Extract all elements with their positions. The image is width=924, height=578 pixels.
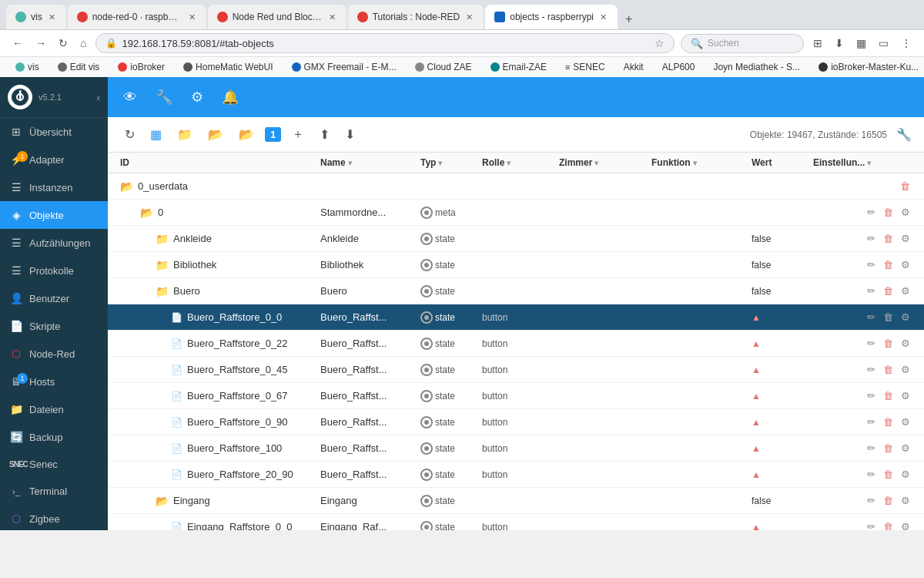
delete-icon[interactable]: 🗑 (882, 441, 895, 455)
search-box[interactable]: 🔍 Suchen (681, 34, 804, 53)
sidebar-item-backup[interactable]: 🔄 Backup (0, 423, 108, 451)
sidebar-item-benutzer[interactable]: 👤 Benutzer (0, 284, 108, 312)
sidebar-item-aufzahlungen[interactable]: ☰ Aufzählungen (0, 229, 108, 257)
back-button[interactable]: ← (9, 35, 26, 51)
new-tab-button[interactable]: + (619, 9, 638, 29)
tab-vis[interactable]: vis ✕ (6, 5, 66, 29)
sidebar-item-terminal[interactable]: ›_ Terminal (0, 478, 108, 505)
delete-icon[interactable]: 🗑 (882, 310, 895, 324)
delete-icon[interactable]: 🗑 (899, 179, 912, 193)
sidebar-item-instanzen[interactable]: ☰ Instanzen (0, 173, 108, 201)
table-row[interactable]: 📂 Eingang Eingang state false ✏ 🗑 ⚙ (108, 488, 924, 514)
sidebar-collapse-button[interactable]: ‹ (97, 92, 100, 103)
col-header-funktion[interactable]: Funktion ▾ (651, 157, 752, 168)
sidebar-item-adapter[interactable]: ⚡ Adapter 1 (0, 146, 108, 173)
edit-icon[interactable]: ✏ (865, 336, 877, 351)
gear-icon[interactable]: ⚙ (188, 86, 206, 109)
settings-icon[interactable]: ⚙ (899, 441, 912, 455)
upload-button[interactable]: ⬆ (315, 124, 334, 145)
col-header-zimmer[interactable]: Zimmer ▾ (559, 157, 651, 168)
col-header-rolle[interactable]: Rolle ▾ (482, 157, 559, 168)
settings-icon[interactable]: ⚙ (899, 362, 912, 377)
extensions-icon[interactable]: ⊞ (810, 35, 825, 51)
bookmark-emailzae[interactable]: Email-ZAE (484, 60, 553, 74)
tab-close-vis[interactable]: ✕ (47, 11, 57, 24)
delete-icon[interactable]: 🗑 (882, 231, 895, 246)
edit-icon[interactable]: ✏ (865, 284, 877, 298)
wrench-icon[interactable]: 🔧 (152, 86, 176, 109)
tab-node-red-0[interactable]: node-red-0 · raspberrypi ✕ (68, 5, 206, 29)
add-button[interactable]: ＋ (287, 123, 309, 146)
bookmark-vis[interactable]: vis (9, 60, 45, 74)
create-folder-button[interactable]: 📁 (172, 124, 197, 145)
edit-icon[interactable]: ✏ (865, 205, 877, 220)
refresh-button[interactable]: ↻ (120, 124, 139, 145)
bookmark-homematic[interactable]: HomeMatic WebUI (177, 60, 279, 74)
table-row[interactable]: 📁 Buero Buero state false ✏ 🗑 ⚙ (108, 278, 924, 304)
delete-icon[interactable]: 🗑 (882, 493, 895, 508)
bookmark-cloudzae[interactable]: Cloud ZAE (409, 60, 478, 74)
table-row[interactable]: 📄 Buero_Raffstore_0_45 Buero_Raffst... s… (108, 357, 924, 383)
tab-blockly[interactable]: Node Red und Blockly Scripte ✕ (208, 5, 346, 29)
sidebar-item-protokolle[interactable]: ☰ Protokolle (0, 257, 108, 284)
edit-icon[interactable]: ✏ (865, 310, 877, 324)
edit-icon[interactable]: ✏ (865, 441, 877, 455)
sidebar-item-dateien[interactable]: 📁 Dateien (0, 395, 108, 423)
settings-icon[interactable]: ⚙ (899, 231, 912, 246)
tab-close-tutorials[interactable]: ✕ (464, 11, 474, 24)
settings-icon[interactable]: ⚙ (899, 519, 912, 530)
download-button[interactable]: ⬇ (340, 124, 360, 145)
table-row[interactable]: 📄 Buero_Raffstore_0_67 Buero_Raffst... s… (108, 383, 924, 409)
download-icon[interactable]: ⬇ (832, 35, 847, 51)
table-row[interactable]: 📄 Buero_Raffstore_0_90 Buero_Raffst... s… (108, 409, 924, 435)
settings-icon[interactable]: ⚙ (899, 493, 912, 508)
settings-icon[interactable]: ⚙ (899, 336, 912, 351)
delete-icon[interactable]: 🗑 (882, 284, 895, 298)
delete-icon[interactable]: 🗑 (882, 336, 895, 351)
bookmark-senec[interactable]: ≡ SENEC (559, 60, 611, 74)
bookmark-akkit[interactable]: Akkit (618, 60, 650, 74)
edit-icon[interactable]: ✏ (865, 493, 877, 508)
menu-icon[interactable]: ⋮ (898, 35, 915, 51)
bookmark-star[interactable]: ☆ (654, 37, 665, 49)
settings-icon[interactable]: ⚙ (899, 205, 912, 220)
settings-icon[interactable]: ⚙ (899, 310, 912, 324)
sidebar-icon[interactable]: ▦ (853, 35, 869, 51)
url-box[interactable]: 🔒 192.168.178.59:8081/#tab-objects ☆ (95, 33, 675, 53)
sidebar-item-senec[interactable]: SNEC Senec (0, 451, 108, 478)
tab-objects[interactable]: objects - raspberrypi ✕ (485, 5, 618, 29)
settings-icon[interactable]: ⚙ (899, 467, 912, 482)
edit-icon[interactable]: ✏ (865, 231, 877, 246)
col-header-einstellung[interactable]: Einstellun... ▾ (813, 157, 912, 168)
bookmark-gmx[interactable]: GMX Freemail - E-M... (286, 60, 403, 74)
col-header-typ[interactable]: Typ ▾ (420, 157, 482, 168)
edit-icon[interactable]: ✏ (865, 519, 877, 530)
bookmark-iobroker[interactable]: ioBroker (112, 60, 171, 74)
edit-icon[interactable]: ✏ (865, 362, 877, 377)
bookmark-editvis[interactable]: Edit vis (52, 60, 106, 74)
home-button[interactable]: ⌂ (77, 35, 89, 51)
table-row[interactable]: 📄 Buero_Raffstore_0_0 Buero_Raffst... st… (108, 304, 924, 331)
settings-icon[interactable]: ⚙ (899, 415, 912, 429)
sidebar-item-hosts[interactable]: 🖥 Hosts 1 (0, 368, 108, 395)
bookmark-alp600[interactable]: ALP600 (656, 60, 701, 74)
table-row[interactable]: 📂 0_userdata 🗑 (108, 173, 924, 200)
delete-icon[interactable]: 🗑 (882, 415, 895, 429)
sidebar-item-zigbee[interactable]: ⬡ Zigbee (0, 505, 108, 530)
delete-icon[interactable]: 🗑 (882, 467, 895, 482)
table-row[interactable]: 📄 Buero_Raffstore_0_22 Buero_Raffst... s… (108, 331, 924, 357)
tab-tutorials[interactable]: Tutorials : Node-RED ✕ (348, 5, 484, 29)
reload-button[interactable]: ↻ (55, 35, 71, 51)
sidebar-item-skripte[interactable]: 📄 Skripte (0, 312, 108, 340)
bookmark-iobroker-master[interactable]: ioBroker-Master-Ku... (812, 60, 924, 74)
table-row[interactable]: 📂 0 Stammordne... meta ✏ 🗑 ⚙ (108, 200, 924, 226)
table-row[interactable]: 📄 Eingang_Raffstore_0_0 Eingang_Raf... s… (108, 514, 924, 530)
settings-icon[interactable]: ⚙ (899, 284, 912, 298)
cast-icon[interactable]: ▭ (875, 35, 892, 51)
edit-icon[interactable]: ✏ (865, 467, 877, 482)
tab-close-blockly[interactable]: ✕ (327, 11, 337, 24)
edit-icon[interactable]: ✏ (865, 388, 877, 403)
delete-icon[interactable]: 🗑 (882, 362, 895, 377)
eye-icon[interactable]: 👁 (120, 86, 140, 109)
table-row[interactable]: 📁 Bibliothek Bibliothek state false ✏ 🗑 … (108, 252, 924, 278)
